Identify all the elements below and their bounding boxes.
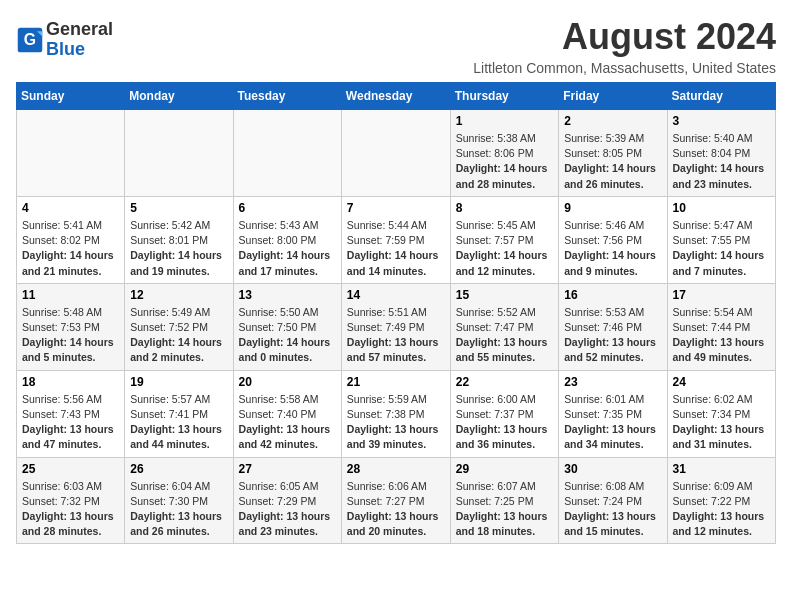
calendar-cell: 4Sunrise: 5:41 AMSunset: 8:02 PMDaylight… xyxy=(17,196,125,283)
day-info: Sunrise: 5:38 AMSunset: 8:06 PMDaylight:… xyxy=(456,131,554,192)
day-info: Sunrise: 5:50 AMSunset: 7:50 PMDaylight:… xyxy=(239,305,336,366)
day-number: 2 xyxy=(564,114,661,128)
day-info: Sunrise: 5:49 AMSunset: 7:52 PMDaylight:… xyxy=(130,305,227,366)
day-info: Sunrise: 5:41 AMSunset: 8:02 PMDaylight:… xyxy=(22,218,119,279)
calendar-cell: 21Sunrise: 5:59 AMSunset: 7:38 PMDayligh… xyxy=(341,370,450,457)
calendar-cell: 25Sunrise: 6:03 AMSunset: 7:32 PMDayligh… xyxy=(17,457,125,544)
calendar-cell: 13Sunrise: 5:50 AMSunset: 7:50 PMDayligh… xyxy=(233,283,341,370)
day-info: Sunrise: 6:05 AMSunset: 7:29 PMDaylight:… xyxy=(239,479,336,540)
day-info: Sunrise: 5:58 AMSunset: 7:40 PMDaylight:… xyxy=(239,392,336,453)
calendar-cell: 10Sunrise: 5:47 AMSunset: 7:55 PMDayligh… xyxy=(667,196,775,283)
calendar-cell: 1Sunrise: 5:38 AMSunset: 8:06 PMDaylight… xyxy=(450,110,559,197)
week-row-2: 4Sunrise: 5:41 AMSunset: 8:02 PMDaylight… xyxy=(17,196,776,283)
day-number: 15 xyxy=(456,288,554,302)
day-info: Sunrise: 5:48 AMSunset: 7:53 PMDaylight:… xyxy=(22,305,119,366)
title-section: August 2024 Littleton Common, Massachuse… xyxy=(473,16,776,76)
calendar-cell: 14Sunrise: 5:51 AMSunset: 7:49 PMDayligh… xyxy=(341,283,450,370)
day-info: Sunrise: 6:01 AMSunset: 7:35 PMDaylight:… xyxy=(564,392,661,453)
day-number: 1 xyxy=(456,114,554,128)
day-info: Sunrise: 5:39 AMSunset: 8:05 PMDaylight:… xyxy=(564,131,661,192)
day-number: 6 xyxy=(239,201,336,215)
calendar-cell: 23Sunrise: 6:01 AMSunset: 7:35 PMDayligh… xyxy=(559,370,667,457)
day-info: Sunrise: 6:08 AMSunset: 7:24 PMDaylight:… xyxy=(564,479,661,540)
day-number: 20 xyxy=(239,375,336,389)
day-info: Sunrise: 5:54 AMSunset: 7:44 PMDaylight:… xyxy=(673,305,770,366)
day-number: 23 xyxy=(564,375,661,389)
day-number: 13 xyxy=(239,288,336,302)
week-row-3: 11Sunrise: 5:48 AMSunset: 7:53 PMDayligh… xyxy=(17,283,776,370)
calendar-cell xyxy=(125,110,233,197)
day-info: Sunrise: 5:46 AMSunset: 7:56 PMDaylight:… xyxy=(564,218,661,279)
day-number: 4 xyxy=(22,201,119,215)
calendar-table: SundayMondayTuesdayWednesdayThursdayFrid… xyxy=(16,82,776,544)
calendar-cell: 8Sunrise: 5:45 AMSunset: 7:57 PMDaylight… xyxy=(450,196,559,283)
day-number: 31 xyxy=(673,462,770,476)
calendar-cell: 2Sunrise: 5:39 AMSunset: 8:05 PMDaylight… xyxy=(559,110,667,197)
day-number: 12 xyxy=(130,288,227,302)
calendar-cell: 28Sunrise: 6:06 AMSunset: 7:27 PMDayligh… xyxy=(341,457,450,544)
calendar-cell: 26Sunrise: 6:04 AMSunset: 7:30 PMDayligh… xyxy=(125,457,233,544)
week-row-5: 25Sunrise: 6:03 AMSunset: 7:32 PMDayligh… xyxy=(17,457,776,544)
calendar-cell: 24Sunrise: 6:02 AMSunset: 7:34 PMDayligh… xyxy=(667,370,775,457)
day-number: 9 xyxy=(564,201,661,215)
day-info: Sunrise: 5:45 AMSunset: 7:57 PMDaylight:… xyxy=(456,218,554,279)
day-number: 30 xyxy=(564,462,661,476)
logo-text: General Blue xyxy=(46,20,113,60)
day-number: 10 xyxy=(673,201,770,215)
week-row-4: 18Sunrise: 5:56 AMSunset: 7:43 PMDayligh… xyxy=(17,370,776,457)
page-header: G General Blue August 2024 Littleton Com… xyxy=(16,16,776,76)
logo-blue: Blue xyxy=(46,39,85,59)
calendar-cell xyxy=(233,110,341,197)
day-info: Sunrise: 6:09 AMSunset: 7:22 PMDaylight:… xyxy=(673,479,770,540)
calendar-cell: 9Sunrise: 5:46 AMSunset: 7:56 PMDaylight… xyxy=(559,196,667,283)
calendar-cell: 18Sunrise: 5:56 AMSunset: 7:43 PMDayligh… xyxy=(17,370,125,457)
header-day-monday: Monday xyxy=(125,83,233,110)
day-info: Sunrise: 5:59 AMSunset: 7:38 PMDaylight:… xyxy=(347,392,445,453)
day-number: 25 xyxy=(22,462,119,476)
calendar-cell: 22Sunrise: 6:00 AMSunset: 7:37 PMDayligh… xyxy=(450,370,559,457)
header-day-wednesday: Wednesday xyxy=(341,83,450,110)
day-number: 17 xyxy=(673,288,770,302)
logo-icon: G xyxy=(16,26,44,54)
calendar-cell: 31Sunrise: 6:09 AMSunset: 7:22 PMDayligh… xyxy=(667,457,775,544)
week-row-1: 1Sunrise: 5:38 AMSunset: 8:06 PMDaylight… xyxy=(17,110,776,197)
day-info: Sunrise: 6:04 AMSunset: 7:30 PMDaylight:… xyxy=(130,479,227,540)
day-info: Sunrise: 5:52 AMSunset: 7:47 PMDaylight:… xyxy=(456,305,554,366)
day-info: Sunrise: 5:42 AMSunset: 8:01 PMDaylight:… xyxy=(130,218,227,279)
day-info: Sunrise: 5:51 AMSunset: 7:49 PMDaylight:… xyxy=(347,305,445,366)
calendar-cell: 17Sunrise: 5:54 AMSunset: 7:44 PMDayligh… xyxy=(667,283,775,370)
calendar-cell: 16Sunrise: 5:53 AMSunset: 7:46 PMDayligh… xyxy=(559,283,667,370)
location-title: Littleton Common, Massachusetts, United … xyxy=(473,60,776,76)
month-year-title: August 2024 xyxy=(473,16,776,58)
day-number: 21 xyxy=(347,375,445,389)
day-number: 26 xyxy=(130,462,227,476)
day-info: Sunrise: 5:56 AMSunset: 7:43 PMDaylight:… xyxy=(22,392,119,453)
day-info: Sunrise: 6:02 AMSunset: 7:34 PMDaylight:… xyxy=(673,392,770,453)
day-number: 27 xyxy=(239,462,336,476)
logo-general: General xyxy=(46,19,113,39)
day-number: 29 xyxy=(456,462,554,476)
header-day-saturday: Saturday xyxy=(667,83,775,110)
day-number: 8 xyxy=(456,201,554,215)
calendar-cell: 19Sunrise: 5:57 AMSunset: 7:41 PMDayligh… xyxy=(125,370,233,457)
calendar-body: 1Sunrise: 5:38 AMSunset: 8:06 PMDaylight… xyxy=(17,110,776,544)
day-number: 18 xyxy=(22,375,119,389)
day-info: Sunrise: 6:00 AMSunset: 7:37 PMDaylight:… xyxy=(456,392,554,453)
calendar-cell: 5Sunrise: 5:42 AMSunset: 8:01 PMDaylight… xyxy=(125,196,233,283)
day-info: Sunrise: 5:43 AMSunset: 8:00 PMDaylight:… xyxy=(239,218,336,279)
day-number: 11 xyxy=(22,288,119,302)
day-number: 7 xyxy=(347,201,445,215)
day-info: Sunrise: 6:07 AMSunset: 7:25 PMDaylight:… xyxy=(456,479,554,540)
day-number: 5 xyxy=(130,201,227,215)
header-day-thursday: Thursday xyxy=(450,83,559,110)
day-number: 24 xyxy=(673,375,770,389)
calendar-cell: 20Sunrise: 5:58 AMSunset: 7:40 PMDayligh… xyxy=(233,370,341,457)
day-number: 16 xyxy=(564,288,661,302)
calendar-cell: 6Sunrise: 5:43 AMSunset: 8:00 PMDaylight… xyxy=(233,196,341,283)
day-number: 3 xyxy=(673,114,770,128)
day-number: 22 xyxy=(456,375,554,389)
day-info: Sunrise: 5:47 AMSunset: 7:55 PMDaylight:… xyxy=(673,218,770,279)
header-day-sunday: Sunday xyxy=(17,83,125,110)
calendar-cell: 15Sunrise: 5:52 AMSunset: 7:47 PMDayligh… xyxy=(450,283,559,370)
calendar-cell: 3Sunrise: 5:40 AMSunset: 8:04 PMDaylight… xyxy=(667,110,775,197)
